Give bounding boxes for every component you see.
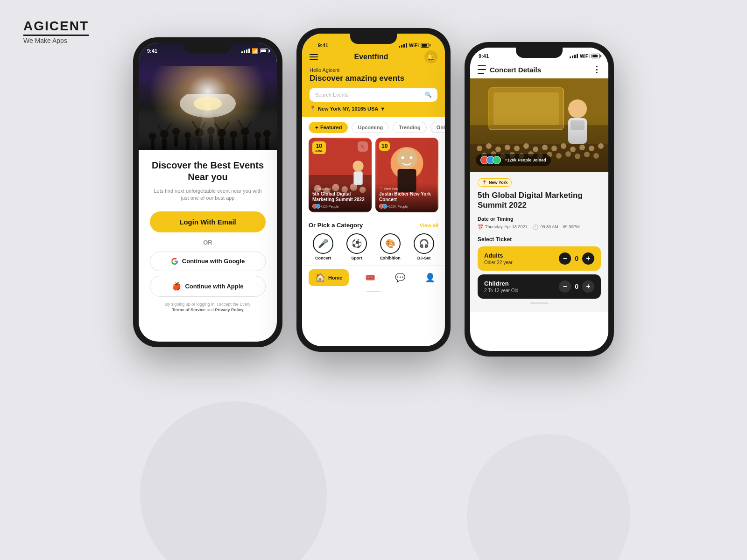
tab-featured[interactable]: ✦ Featured (309, 122, 348, 133)
tag-location: New York (489, 180, 507, 185)
children-increment[interactable]: + (582, 280, 594, 293)
home-topbar: Eventfind 🔔 (310, 50, 437, 63)
date-timing-row: 📅 Thursday, Apr 13 2021 🕐 09:30 AM – 09:… (478, 224, 601, 230)
category-djset[interactable]: 🎧 DJ-Set (409, 233, 438, 260)
event1-save-icon[interactable]: 🔖 (358, 141, 368, 152)
view-all-link[interactable]: View all (420, 223, 438, 228)
signal-bars-1 (241, 49, 250, 53)
event2-overlay: 📍 New York Justin Bieber New York Concer… (375, 183, 438, 212)
signal-bars-3 (570, 54, 578, 58)
date-timing-label: Date or Timing (478, 216, 601, 222)
details-hamburger[interactable] (478, 65, 486, 74)
ticket-children-age: 2 To 12 year Old (484, 288, 518, 293)
adults-decrement[interactable]: − (559, 252, 571, 265)
battery-fill-3 (592, 55, 598, 57)
category-header: Or Pick a Category View all (309, 222, 438, 229)
event1-date-num: 10 (315, 143, 324, 149)
concert-label: Concert (309, 256, 338, 260)
nav-home[interactable]: 🏠 Home (309, 269, 349, 286)
exhibition-icon-circle: 🎨 (380, 233, 401, 254)
location-chevron: ▼ (380, 106, 385, 112)
category-concert[interactable]: 🎤 Concert (309, 233, 338, 260)
ticket-children-type: Children (484, 280, 518, 287)
details-body: 📍 New York 5th Global Digital Marketing … (470, 172, 608, 312)
children-decrement[interactable]: − (559, 280, 571, 293)
adults-increment[interactable]: + (582, 252, 594, 265)
continue-apple-button[interactable]: 🍎 Continue with Apple (150, 276, 266, 297)
notification-icon[interactable]: 🔔 (424, 50, 437, 63)
date-chip: 📅 Thursday, Apr 13 2021 (478, 224, 527, 230)
signal-bars-2 (399, 43, 407, 48)
terms-link[interactable]: Terms of Service (172, 308, 206, 312)
phone-details-screen: 9:41 WiFi (470, 48, 608, 351)
location-row[interactable]: 📍 New York NY, 10165 USA ▼ (310, 105, 437, 112)
terms-text: By signing up or logging in, I accept th… (150, 301, 266, 313)
events-grid: 10 JUNE 🔖 📍 New York 5th Global Digital … (302, 138, 445, 217)
svg-point-41 (353, 161, 364, 171)
deco-circle-1 (140, 401, 327, 560)
status-time-2: 9:41 (318, 42, 328, 48)
bottom-nav: 🏠 Home 🎟️ 💬 👤 (302, 265, 445, 291)
status-time-3: 9:41 (479, 53, 489, 59)
ticket-children-card: Children 2 To 12 year Old − 0 + (478, 274, 601, 299)
home-header: 9:41 WiFi (302, 34, 445, 117)
svg-point-47 (402, 156, 404, 159)
tab-trending[interactable]: Trending (393, 122, 426, 133)
category-grid: 🎤 Concert ⚽ Sport 🎨 Exhibition 🎧 DJ-Set (309, 233, 438, 260)
more-options-icon[interactable]: ⋮ (592, 64, 601, 75)
tab-upcoming[interactable]: Upcoming (352, 122, 389, 133)
category-section: Or Pick a Category View all 🎤 Concert ⚽ … (302, 217, 445, 265)
bar4 (248, 49, 250, 53)
dham-line2 (478, 69, 486, 70)
login-subtitle: Lets find next unforgettable event near … (150, 188, 266, 202)
battery-2 (421, 43, 429, 48)
app-title: Eventfind (354, 53, 388, 61)
event-card-2[interactable]: 10 📍 New York Justin Bieber New York Con… (375, 138, 438, 212)
avatar2 (316, 204, 320, 209)
event2-location: 📍 New York (379, 187, 435, 190)
exhibition-label: Exhibition (376, 256, 405, 260)
privacy-link[interactable]: Privacy Policy (215, 308, 243, 312)
category-title: Or Pick a Category (309, 222, 363, 229)
hamburger-menu[interactable] (310, 54, 318, 60)
clock-icon: 🕐 (533, 224, 538, 230)
tab-online[interactable]: Online E (430, 122, 445, 133)
phones-container: 9:41 📶 (0, 37, 747, 357)
wifi-icon-2: WiFi (409, 43, 419, 48)
category-exhibition[interactable]: 🎨 Exhibition (376, 233, 405, 260)
phone-details: 9:41 WiFi (465, 42, 614, 357)
sbar2 (401, 45, 402, 48)
sport-icon-circle: ⚽ (346, 233, 367, 254)
battery-icon-1 (260, 49, 268, 53)
phone-home-screen: 9:41 WiFi (302, 34, 445, 346)
adults-count: 0 (575, 255, 578, 262)
joined-text: +120k People Joined (505, 158, 546, 162)
status-icons-2: WiFi (399, 43, 429, 48)
nav-profile[interactable]: 👤 (422, 269, 438, 286)
category-sport[interactable]: ⚽ Sport (342, 233, 371, 260)
tab-upcoming-label: Upcoming (358, 125, 383, 130)
login-email-button[interactable]: Login With Email (150, 211, 266, 232)
bar1 (241, 51, 243, 53)
ham-line2 (310, 56, 318, 57)
or-divider: OR (150, 239, 266, 246)
header-left: Concert Details (478, 65, 541, 74)
svg-point-79 (568, 99, 587, 118)
battery-fill-1 (261, 49, 266, 52)
event2-title: Justin Bieber New York Concert (379, 191, 435, 203)
google-btn-label: Continue with Google (182, 258, 245, 265)
tab-star-icon: ✦ (315, 125, 318, 130)
nav-tickets[interactable]: 🎟️ (362, 269, 379, 286)
battery-fill-2 (422, 44, 427, 47)
nav-chat[interactable]: 💬 (392, 269, 409, 286)
continue-google-button[interactable]: Continue with Google (150, 252, 266, 271)
event1-title: 5th Global Digital Marketing Summit 2022 (312, 191, 368, 203)
google-icon (171, 258, 178, 265)
concert-icon-circle: 🎤 (313, 233, 333, 254)
event2-location-pin: 📍 (379, 187, 383, 190)
dbar3 (574, 55, 576, 58)
event-card-1[interactable]: 10 JUNE 🔖 📍 New York 5th Global Digital … (309, 138, 372, 212)
search-bar[interactable]: Search Events 🔍 (310, 88, 437, 102)
tab-online-label: Online E (437, 125, 445, 130)
nav-home-label: Home (328, 275, 343, 280)
